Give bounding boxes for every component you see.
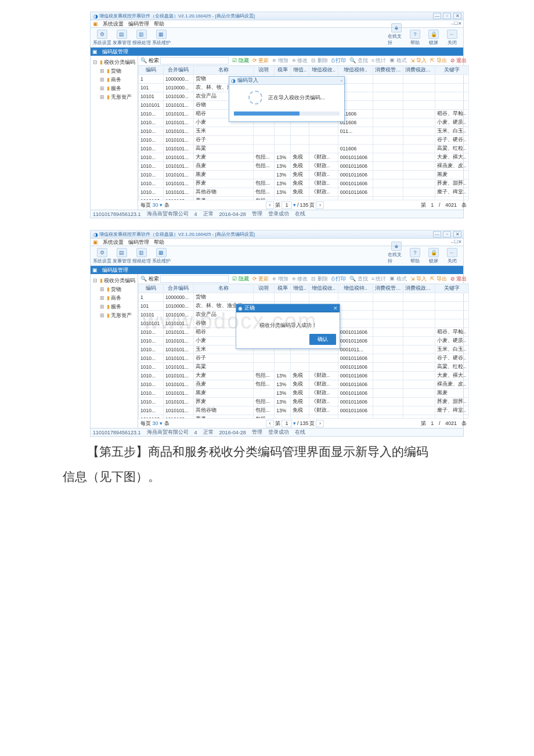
tree-toggle-icon[interactable]: ⊟	[93, 59, 98, 65]
close-button[interactable]: ✕	[453, 231, 461, 237]
search-input[interactable]	[160, 275, 229, 283]
tree-item[interactable]: ⊞ ▮ 货物	[92, 285, 136, 294]
ribbon-帮助[interactable]: ?帮助	[406, 30, 424, 46]
toolbar-btn[interactable]: ≡ 统计	[370, 57, 388, 64]
page-number[interactable]: 1	[282, 201, 292, 209]
col-header[interactable]: 关键字	[435, 285, 469, 293]
ribbon-关闭[interactable]: ←关闭	[443, 248, 461, 265]
toolbar-btn[interactable]: ≡ 统计	[370, 275, 388, 283]
table-row[interactable]: 1010...1010101...黑麦13%免税《财政..0001011606黑…	[139, 171, 469, 179]
toolbar-btn[interactable]: ⊘ 退出	[449, 57, 468, 64]
table-row[interactable]: 1010...1010101...高粱0001011606高粱、红粒..	[139, 363, 469, 372]
menu-help[interactable]: 帮助	[154, 20, 164, 28]
toolbar-btn[interactable]: ⊕ 修改	[291, 57, 309, 64]
col-header[interactable]: 消费税政策..	[403, 66, 435, 75]
col-header[interactable]: 说明	[253, 66, 275, 75]
table-row[interactable]: 1010...1010101...谷子谷子、硬谷..	[139, 136, 469, 145]
col-header[interactable]: 合并编码	[164, 285, 194, 293]
table-row[interactable]: 1010...1010101...高粱011606高粱、红粒..	[139, 145, 469, 153]
menu-codemgr[interactable]: 编码管理	[128, 20, 149, 28]
ribbon-关闭[interactable]: ←关闭	[443, 30, 461, 46]
menu-help[interactable]: 帮助	[154, 239, 164, 246]
ribbon-系统设置[interactable]: ⚙系统设置	[92, 30, 111, 46]
ribbon-系统设置[interactable]: ⚙系统设置	[92, 248, 111, 265]
menu-codemgr[interactable]: 编码管理	[128, 239, 149, 246]
table-row[interactable]: 1010...1010101...谷子0001011606谷子、硬谷..	[139, 354, 469, 363]
page-next-button[interactable]: ›	[316, 420, 324, 427]
table-row[interactable]: 1010...1010101...大麦包括...13%免税《财政..000101…	[139, 372, 469, 380]
col-header[interactable]: 名称	[193, 285, 253, 293]
table-row[interactable]: 1010...1010101...燕麦包括...13%免税《财政..000101…	[139, 380, 469, 389]
page-prev-button[interactable]: ‹	[266, 201, 274, 209]
tree-toggle-icon[interactable]: ⊞	[100, 77, 105, 82]
tree-toggle-icon[interactable]: ⊞	[100, 85, 105, 91]
col-header[interactable]: 关键字	[435, 66, 469, 75]
tree-toggle-icon[interactable]: ⊞	[100, 68, 105, 74]
toolbar-btn[interactable]: ▣ 格式	[388, 275, 408, 283]
col-header[interactable]: 消费税政策..	[403, 285, 435, 293]
tree-toggle-icon[interactable]: ⊞	[100, 286, 105, 292]
col-header[interactable]: 增值税收..	[309, 66, 338, 75]
toolbar-btn[interactable]: ⟳ 更新	[251, 275, 270, 283]
toolbar-btn[interactable]: ⊕ 增加	[271, 57, 290, 64]
col-header[interactable]: 名称	[193, 66, 253, 75]
col-header[interactable]: 增值..	[291, 66, 309, 75]
toolbar-btn[interactable]: ▣ 格式	[388, 57, 408, 64]
tree-item[interactable]: ⊞ ▮ 无形资产	[92, 311, 136, 320]
col-header[interactable]: 消费税管理	[373, 66, 403, 75]
pager-per[interactable]: 30	[153, 420, 158, 426]
tree-item[interactable]: ⊞ ▮ 商务	[92, 75, 136, 84]
pager-per[interactable]: 30	[153, 202, 158, 208]
table-row[interactable]: 10101021010102...薯类包括...	[139, 197, 469, 200]
ribbon-系统维护[interactable]: ▦系统维护	[151, 248, 171, 265]
tree-item[interactable]: ⊞ ▮ 无形资产	[92, 93, 136, 102]
dialog-close-icon[interactable]: ✕	[333, 305, 338, 311]
toolbar-btn[interactable]: ⇱ 导出	[429, 275, 448, 283]
max-button[interactable]: ▫	[443, 13, 451, 19]
toolbar-btn[interactable]: ⊕ 修改	[291, 275, 309, 283]
table-row[interactable]: 1010...1010101...荞麦包括...13%免税《财政..000101…	[139, 179, 469, 188]
subtab-label[interactable]: 编码版管理	[99, 267, 132, 274]
dropdown-icon[interactable]: ▾	[160, 420, 163, 426]
tree-item[interactable]: ⊞ ▮ 商务	[92, 294, 136, 303]
page-prev-button[interactable]: ‹	[266, 420, 274, 427]
page-next-button[interactable]: ›	[316, 201, 324, 209]
col-header[interactable]: 税率	[275, 66, 291, 75]
dropdown-icon[interactable]: ▾	[293, 420, 296, 426]
menu-systemset[interactable]: 系统设置	[103, 20, 124, 28]
page-number[interactable]: 1	[282, 420, 292, 427]
ribbon-发票管理[interactable]: ▤发票管理	[112, 30, 131, 46]
ribbon-报税处理[interactable]: ▥报税处理	[132, 248, 151, 265]
tree-item[interactable]: ⊞ ▮ 服务	[92, 84, 136, 93]
table-row[interactable]: 1010...1010101...黑麦13%免税《财政..0001011606黑…	[139, 389, 469, 398]
toolbar-btn[interactable]: ☑ 隐藏	[231, 57, 250, 64]
col-header[interactable]: 合并编码	[164, 66, 194, 75]
col-header[interactable]: 编码	[139, 66, 164, 75]
table-row[interactable]: 1010...1010101...其他谷物包括...13%免税《财政..0001…	[139, 188, 469, 197]
toolbar-btn[interactable]: ⎙ 打印	[330, 57, 348, 64]
table-row[interactable]: 1010...1010101...玉米011...玉米、白玉..	[139, 127, 469, 136]
ribbon-帮助[interactable]: ?帮助	[406, 248, 424, 265]
tree-toggle-icon[interactable]: ⊞	[100, 295, 105, 301]
tree-item[interactable]: ⊟ ▮ 税收分类编码	[92, 276, 136, 285]
tree-item[interactable]: ⊞ ▮ 货物	[92, 67, 136, 75]
table-row[interactable]: 1010...1010101...大麦包括...13%免税《财政..000101…	[139, 153, 469, 162]
col-header[interactable]: 说明	[253, 285, 275, 293]
toolbar-btn[interactable]: ⇲ 导入	[409, 57, 428, 64]
toolbar-btn[interactable]: ☑ 隐藏	[231, 275, 250, 283]
ribbon-锁屏[interactable]: 🔒锁屏	[425, 30, 442, 46]
col-header[interactable]: 增值税收..	[309, 285, 338, 293]
toolbar-btn[interactable]: 🔍 查找	[348, 57, 369, 64]
table-row[interactable]: 11000000...货物	[139, 293, 469, 302]
toolbar-btn[interactable]: ⊟ 删除	[310, 57, 329, 64]
toolbar-btn[interactable]: ⇲ 导入	[409, 275, 428, 283]
dialog-close-icon[interactable]: ▫	[341, 78, 342, 84]
col-header[interactable]: 编码	[139, 285, 164, 293]
col-header[interactable]: 增值..	[291, 285, 309, 293]
tree-item[interactable]: ⊟ ▮ 税收分类编码	[92, 58, 136, 67]
confirm-button[interactable]: 确认	[309, 334, 336, 345]
ribbon-发票管理[interactable]: ▤发票管理	[112, 248, 131, 265]
toolbar-btn[interactable]: ⇱ 导出	[429, 57, 448, 64]
toolbar-btn[interactable]: ⊕ 增加	[271, 275, 290, 283]
tree-toggle-icon[interactable]: ⊞	[100, 304, 105, 309]
